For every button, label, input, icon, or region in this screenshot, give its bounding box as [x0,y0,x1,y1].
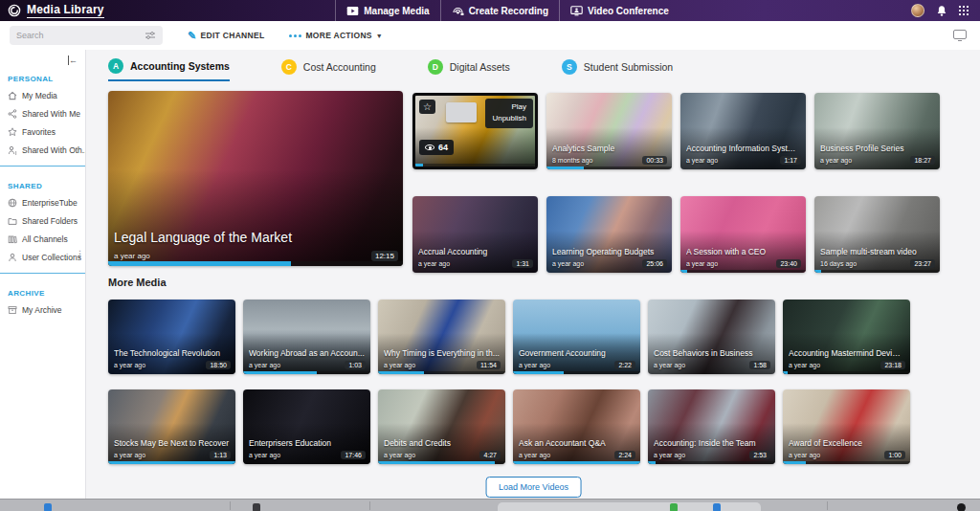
app-launcher-grid-icon[interactable] [959,6,969,16]
taskbar-app-icon[interactable] [957,503,966,511]
taskbar-app-icon[interactable] [253,503,260,511]
manage-media-button[interactable]: Manage Media [335,0,439,21]
video-duration-badge: 1:58 [749,361,770,369]
sidebar-section-archive: ARCHIVE [0,281,85,300]
video-duration-badge: 23:40 [776,259,801,268]
taskbar-separator [230,501,231,510]
tile-context-menu: PlayUnpublish [485,99,533,128]
sidebar-item-label: Shared With Oth... [22,145,85,155]
video-age: 8 months ago [552,157,592,164]
video-age: a year ago [654,452,685,458]
video-tile[interactable]: Accrual Accounting a year ago 1:31 [412,196,538,273]
app-logo[interactable]: Media Library [0,3,104,18]
sidebar-resize-handle[interactable]: ⋮⋮ [76,253,84,258]
tab-student-submission[interactable]: S Student Submission [562,58,673,81]
video-age: a year ago [249,362,280,368]
video-tile[interactable]: Working Abroad as an Accoun... a year ag… [243,300,370,374]
video-tile[interactable]: Learning Operating Budgets a year ago 25… [546,196,672,273]
channel-badge: S [562,59,577,75]
featured-video-tile[interactable]: Legal Language of the Market a year ago … [108,91,403,266]
sidebar-item-enterprisetube[interactable]: EnterpriseTube [0,193,85,211]
video-tile[interactable]: Accounting Information Systems a year ag… [680,93,806,169]
spiral-logo-icon [8,4,21,17]
views-count-badge: 64 [419,140,454,155]
sidebar-item-shared-with-others[interactable]: Shared With Oth... [0,141,85,159]
video-title: A Session with a CEO [686,247,800,256]
video-age: a year ago [519,362,550,368]
tab-digital-assets[interactable]: D Digital Assets [428,58,510,81]
views-count: 64 [438,143,448,152]
video-title: Working Abroad as an Accoun... [249,348,365,358]
chevron-down-icon: ▼ [376,33,383,39]
sidebar-collapse-icon[interactable]: ← [68,56,78,65]
taskbar-app-icon[interactable] [713,503,721,511]
video-age: a year ago [384,362,415,368]
video-duration-badge: 23:27 [910,259,935,268]
video-age: a year ago [519,452,550,458]
taskbar-app-icon[interactable] [670,503,678,511]
video-tile[interactable]: Why Timing is Everything in th... a year… [378,300,505,374]
video-tile[interactable]: Accounting Mastermind Devin ... a year a… [783,300,910,374]
watch-progress-track [513,461,640,465]
video-tile[interactable]: Ask an Accountant Q&A a year ago 2:24 [513,389,640,464]
video-duration-badge: 1:03 [345,361,366,369]
notifications-bell-icon[interactable] [936,5,947,17]
sidebar-item-user-collections[interactable]: User Collections [0,248,85,266]
person-share-icon [8,145,17,155]
sidebar-item-my-archive[interactable]: My Archive [0,300,85,319]
video-tile[interactable]: Government Accounting a year ago 2:22 [513,300,640,374]
taskbar-search-pill[interactable] [498,502,761,511]
context-menu-item-play[interactable]: Play [492,101,526,113]
video-tile[interactable]: Award of Excellence a year ago 1:00 [783,389,910,464]
manage-media-icon [346,6,359,16]
display-mode-icon[interactable] [953,30,967,39]
sidebar-item-shared-with-me[interactable]: Shared With Me [0,104,85,122]
video-title: Ask an Accountant Q&A [519,438,635,448]
video-tile[interactable]: Enterprisers Education a year ago 17:46 [243,389,370,464]
watch-progress-fill [546,167,584,170]
watch-progress-track [415,164,535,167]
user-avatar[interactable] [911,4,924,17]
video-tile[interactable]: Sample multi-stream video 16 days ago 23… [814,196,940,273]
sidebar-item-label: Shared Folders [22,216,78,226]
search-box[interactable] [10,26,163,45]
edit-channel-button[interactable]: ✎ EDIT CHANNEL [188,30,264,42]
tab-cost-accounting[interactable]: C Cost Accounting [281,58,376,81]
video-tile[interactable]: Stocks May Be Next to Recover a year ago… [108,389,235,464]
create-recording-button[interactable]: Create Recording [440,0,559,21]
favorite-star-button[interactable]: ☆ [419,100,435,114]
sidebar-item-all-channels[interactable]: All Channels [0,230,85,248]
sidebar-item-label: My Media [22,91,57,100]
globe-icon [8,198,17,208]
os-taskbar[interactable] [0,499,980,511]
more-actions-button[interactable]: MORE ACTIONS ▼ [289,31,383,40]
video-tile[interactable]: Cost Behaviors in Business a year ago 1:… [648,300,775,374]
channel-tabs: A Accounting Systems C Cost Accounting D… [108,58,673,81]
sidebar-item-shared-folders[interactable]: Shared Folders [0,211,85,230]
video-tile[interactable]: ☆64PlayUnpublish [412,93,538,169]
sidebar-item-favorites[interactable]: Favorites [0,122,85,141]
sidebar-item-my-media[interactable]: My Media [0,86,85,104]
channel-video-grid: ☆64PlayUnpublish Analytics Sample 8 mont… [412,93,940,273]
sidebar-item-label: All Channels [22,234,68,244]
video-age: a year ago [249,452,280,458]
video-tile[interactable]: Business Profile Series a year ago 18:27 [814,93,940,169]
video-conference-button[interactable]: Video Conference [559,0,679,21]
taskbar-app-icon[interactable] [44,503,52,511]
topbar-action-label: Manage Media [364,6,429,16]
video-duration-badge: 1:13 [210,451,231,459]
video-tile[interactable]: Debits and Credits a year ago 4:27 [378,389,505,464]
tab-accounting-systems[interactable]: A Accounting Systems [108,58,230,81]
search-filter-icon[interactable] [145,31,156,40]
video-tile[interactable]: Accounting: Inside the Team a year ago 2… [648,389,775,464]
create-recording-icon [452,6,464,16]
video-duration-badge: 00:33 [642,156,667,165]
load-more-videos-button[interactable]: Load More Videos [485,477,582,498]
video-tile[interactable]: A Session with a CEO a year ago 23:40 [680,196,806,273]
video-tile[interactable]: Analytics Sample 8 months ago 00:33 [546,93,672,169]
video-tile[interactable]: The Technological Revolution a year ago … [108,300,235,374]
watch-progress-track [680,270,806,274]
star-icon [8,127,17,137]
search-input[interactable] [16,31,145,40]
context-menu-item-unpublish[interactable]: Unpublish [492,113,526,124]
